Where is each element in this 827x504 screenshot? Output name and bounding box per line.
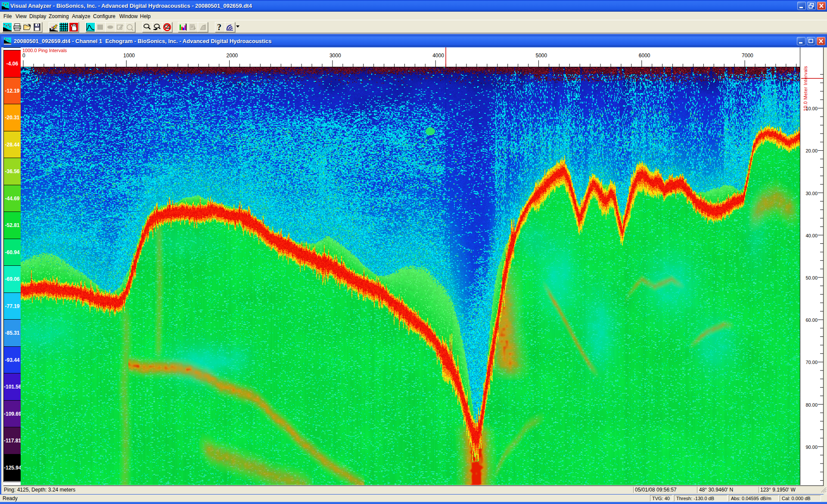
svg-text:?: ? [217,23,221,31]
